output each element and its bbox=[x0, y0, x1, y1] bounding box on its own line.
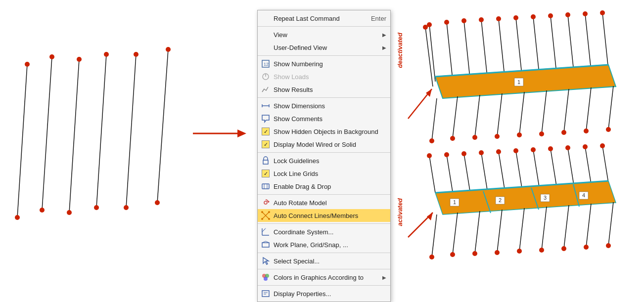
svg-point-32 bbox=[264, 201, 267, 204]
svg-point-63 bbox=[496, 16, 501, 21]
svg-point-148 bbox=[561, 246, 566, 251]
svg-text:3: 3 bbox=[544, 195, 547, 201]
svg-line-149 bbox=[586, 204, 591, 247]
svg-point-105 bbox=[461, 151, 466, 156]
svg-point-81 bbox=[429, 138, 434, 143]
svg-point-4 bbox=[49, 54, 54, 59]
svg-point-65 bbox=[513, 15, 518, 20]
svg-point-1 bbox=[25, 62, 30, 67]
menu-item-label-auto-rotate: Auto Rotate Model bbox=[274, 199, 386, 207]
svg-line-90 bbox=[542, 90, 547, 134]
svg-point-48 bbox=[264, 277, 268, 281]
menu-item-view[interactable]: View▶ bbox=[258, 28, 390, 41]
menu-item-label-enable-drag: Enable Drag & Drop bbox=[274, 183, 386, 190]
svg-point-150 bbox=[584, 245, 589, 250]
svg-point-57 bbox=[444, 20, 449, 25]
svg-point-89 bbox=[517, 132, 522, 137]
menu-item-coordinate[interactable]: Coordinate System... bbox=[258, 225, 390, 238]
svg-point-83 bbox=[450, 136, 455, 141]
svg-line-110 bbox=[516, 151, 522, 188]
svg-line-145 bbox=[542, 207, 547, 250]
svg-line-104 bbox=[464, 154, 470, 191]
menu-item-colors[interactable]: Colors in Graphics According to▶ bbox=[258, 271, 390, 284]
svg-point-11 bbox=[94, 205, 99, 210]
svg-point-115 bbox=[548, 146, 553, 151]
menu-item-label-view: View bbox=[274, 31, 382, 39]
svg-point-75 bbox=[600, 10, 605, 15]
menu-item-enable-drag[interactable]: Enable Drag & Drop bbox=[258, 180, 390, 193]
menu-item-show-hidden[interactable]: ✓Show Hidden Objects in Background bbox=[258, 125, 390, 138]
svg-line-120 bbox=[602, 146, 608, 183]
svg-line-62 bbox=[499, 19, 505, 76]
menu-separator bbox=[258, 55, 390, 56]
menu-item-label-auto-connect: Auto Connect Lines/Members bbox=[274, 212, 386, 219]
menu-item-show-dimensions[interactable]: Show Dimensions bbox=[258, 99, 390, 112]
menu-item-show-comments[interactable]: Show Comments bbox=[258, 112, 390, 125]
svg-line-68 bbox=[551, 16, 556, 73]
svg-point-73 bbox=[583, 11, 588, 16]
svg-point-71 bbox=[565, 12, 570, 17]
svg-point-37 bbox=[261, 218, 263, 220]
activated-label: activated bbox=[396, 198, 404, 226]
menu-item-label-workplane: Work Plane, Grid/Snap, ... bbox=[274, 241, 386, 249]
svg-line-74 bbox=[602, 13, 608, 70]
svg-rect-28 bbox=[262, 184, 269, 189]
svg-line-56 bbox=[447, 22, 453, 79]
svg-line-15 bbox=[157, 49, 168, 203]
svg-line-84 bbox=[475, 95, 480, 137]
svg-line-147 bbox=[564, 205, 569, 249]
svg-line-141 bbox=[497, 210, 502, 253]
deactivated-label: deactivated bbox=[396, 33, 404, 68]
context-menu: Repeat Last CommandEnterView▶User-Define… bbox=[257, 10, 391, 302]
svg-point-111 bbox=[513, 148, 518, 153]
svg-line-12 bbox=[126, 54, 136, 208]
svg-line-96 bbox=[608, 86, 613, 129]
menu-item-label-show-hidden: Show Hidden Objects in Background bbox=[274, 128, 386, 135]
svg-point-121 bbox=[600, 143, 605, 148]
workplane-icon bbox=[261, 240, 271, 250]
menu-separator bbox=[258, 285, 390, 286]
svg-point-109 bbox=[496, 149, 501, 154]
svg-point-95 bbox=[584, 129, 589, 133]
svg-line-58 bbox=[464, 21, 470, 78]
menu-separator bbox=[258, 269, 390, 269]
svg-rect-42 bbox=[262, 243, 269, 247]
menu-separator bbox=[258, 97, 390, 98]
menu-item-display-model[interactable]: ✓Display Model Wired or Solid bbox=[258, 138, 390, 151]
menu-item-shortcut-repeat: Enter bbox=[371, 15, 386, 22]
svg-point-97 bbox=[606, 127, 611, 132]
svg-point-103 bbox=[444, 152, 449, 157]
menu-item-lock-linegrids[interactable]: ✓Lock Line Grids bbox=[258, 167, 390, 180]
right-diagram: 1 1 bbox=[393, 0, 644, 302]
menu-item-show-numbering[interactable]: 12Show Numbering bbox=[258, 57, 390, 70]
svg-point-35 bbox=[268, 218, 270, 220]
show-numbering-icon: 12 bbox=[261, 59, 271, 69]
svg-point-85 bbox=[472, 135, 477, 140]
menu-item-display-props[interactable]: Display Properties... bbox=[258, 287, 390, 300]
menu-item-auto-rotate[interactable]: Auto Rotate Model bbox=[258, 196, 390, 209]
svg-point-10 bbox=[104, 52, 109, 57]
menu-item-user-view[interactable]: User-Defined View▶ bbox=[258, 41, 390, 54]
svg-line-6 bbox=[69, 59, 79, 213]
svg-line-106 bbox=[481, 153, 487, 190]
menu-item-auto-connect[interactable]: Auto Connect Lines/Members bbox=[258, 209, 390, 222]
svg-line-135 bbox=[432, 215, 437, 257]
svg-line-52 bbox=[425, 27, 433, 86]
svg-line-86 bbox=[497, 93, 502, 136]
svg-line-80 bbox=[432, 98, 437, 141]
menu-item-select-special[interactable]: Select Special... bbox=[258, 255, 390, 267]
menu-item-label-show-loads: Show Loads bbox=[274, 73, 386, 81]
menu-item-repeat[interactable]: Repeat Last CommandEnter bbox=[258, 12, 390, 25]
view-icon bbox=[261, 30, 271, 40]
svg-line-41 bbox=[262, 228, 266, 232]
svg-line-66 bbox=[533, 17, 539, 74]
svg-line-137 bbox=[453, 213, 458, 255]
svg-line-88 bbox=[519, 92, 524, 135]
menu-item-lock-guidelines[interactable]: Lock Guidelines bbox=[258, 154, 390, 167]
svg-line-114 bbox=[551, 149, 556, 186]
menu-separator bbox=[258, 223, 390, 224]
menu-item-workplane[interactable]: Work Plane, Grid/Snap, ... bbox=[258, 238, 390, 251]
svg-line-9 bbox=[96, 54, 106, 208]
menu-item-show-results[interactable]: Show Results bbox=[258, 83, 390, 96]
svg-line-92 bbox=[564, 89, 569, 132]
